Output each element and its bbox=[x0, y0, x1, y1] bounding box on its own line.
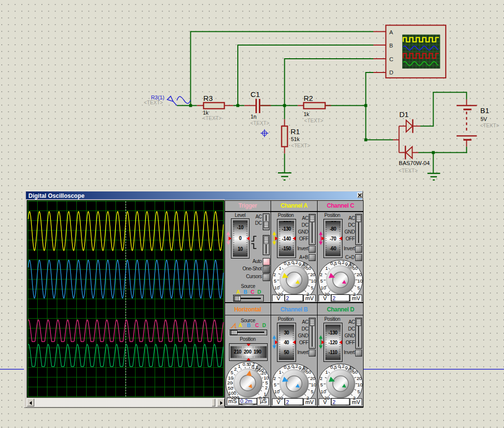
svg-text:R1: R1 bbox=[291, 127, 300, 136]
svg-text:1k: 1k bbox=[304, 111, 310, 117]
svg-text:C1: C1 bbox=[251, 90, 260, 98]
svg-text:<TEXT>: <TEXT> bbox=[250, 120, 269, 126]
svg-text:A: A bbox=[389, 29, 393, 35]
svg-text:1n: 1n bbox=[251, 114, 256, 119]
svg-text:D: D bbox=[389, 70, 393, 75]
svg-text:5V: 5V bbox=[481, 116, 487, 122]
svg-text:<TEXT>: <TEXT> bbox=[399, 167, 418, 173]
svg-text:C: C bbox=[389, 56, 393, 62]
svg-text:<TEXT>: <TEXT> bbox=[203, 115, 222, 121]
svg-text:D1: D1 bbox=[399, 110, 409, 119]
svg-text:B1: B1 bbox=[481, 106, 489, 115]
svg-text:<TEXT>: <TEXT> bbox=[480, 122, 499, 128]
svg-text:<TEXT>: <TEXT> bbox=[304, 118, 323, 123]
svg-text:R2: R2 bbox=[304, 94, 313, 102]
svg-text:BAS70W-04: BAS70W-04 bbox=[399, 160, 430, 166]
svg-text:<TEXT>: <TEXT> bbox=[144, 99, 163, 105]
svg-text:1k: 1k bbox=[203, 110, 208, 116]
svg-text:B: B bbox=[389, 43, 393, 48]
svg-text:51k: 51k bbox=[291, 136, 300, 142]
svg-text:<TEXT>: <TEXT> bbox=[291, 143, 310, 148]
svg-text:R3: R3 bbox=[204, 94, 213, 102]
